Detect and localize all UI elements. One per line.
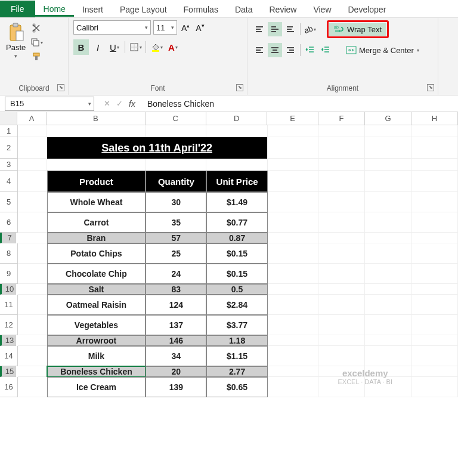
col-header[interactable]: H <box>411 112 458 125</box>
cell[interactable] <box>18 125 47 137</box>
cell[interactable] <box>411 366 458 377</box>
cell[interactable]: 83 <box>146 284 206 295</box>
cell[interactable] <box>18 264 47 284</box>
cell[interactable] <box>18 243 47 264</box>
cell[interactable] <box>47 159 146 171</box>
cell[interactable]: Unit Price <box>206 171 267 192</box>
row-header[interactable]: 11 <box>0 295 18 315</box>
tab-home[interactable]: Home <box>35 1 74 17</box>
cell[interactable] <box>365 295 411 315</box>
cell[interactable] <box>146 125 206 137</box>
cell[interactable] <box>365 125 411 137</box>
cell[interactable]: Arrowroot <box>47 335 146 346</box>
cell[interactable] <box>18 346 47 366</box>
cell[interactable] <box>318 243 365 264</box>
cell[interactable]: 34 <box>146 346 206 366</box>
cell[interactable]: $2.84 <box>206 295 267 315</box>
row-header[interactable]: 3 <box>0 159 18 171</box>
tab-formulas[interactable]: Formulas <box>175 1 227 17</box>
col-header[interactable]: D <box>206 112 267 125</box>
cell[interactable] <box>318 159 365 171</box>
cell[interactable]: 1.18 <box>206 335 267 346</box>
cell[interactable]: Milk <box>47 346 146 366</box>
cell[interactable]: $0.15 <box>206 264 267 284</box>
cell[interactable] <box>318 125 365 137</box>
cell[interactable] <box>268 366 319 377</box>
cell[interactable]: Bran <box>47 233 146 243</box>
cell[interactable]: 2.77 <box>206 366 267 377</box>
col-header[interactable]: B <box>47 112 146 125</box>
cancel-icon[interactable]: ✕ <box>104 99 110 108</box>
formula-input[interactable]: Boneless Chicken <box>140 99 214 109</box>
cell[interactable] <box>365 346 411 366</box>
cell[interactable] <box>365 264 411 284</box>
cell[interactable] <box>268 264 319 284</box>
cell[interactable]: Ice Cream <box>47 377 146 397</box>
cell[interactable]: 0.5 <box>206 284 267 295</box>
underline-button[interactable]: U▾ <box>107 39 122 55</box>
cell[interactable]: Vegetables <box>47 315 146 335</box>
dialog-launcher-icon[interactable]: ⬊ <box>57 84 64 91</box>
cell[interactable] <box>18 171 47 192</box>
bold-button[interactable]: B <box>73 39 89 55</box>
cell[interactable] <box>411 315 458 335</box>
tab-file[interactable]: File <box>0 1 35 17</box>
tab-insert[interactable]: Insert <box>74 1 112 17</box>
cut-button[interactable] <box>29 21 44 35</box>
cell[interactable] <box>18 137 47 159</box>
cell[interactable] <box>411 233 458 243</box>
cell[interactable] <box>411 243 458 264</box>
row-header[interactable]: 4 <box>0 171 18 192</box>
cell[interactable] <box>318 171 365 192</box>
paste-button[interactable]: Paste ▾ <box>5 20 27 63</box>
row-header[interactable]: 6 <box>0 212 18 233</box>
cell[interactable]: $3.77 <box>206 315 267 335</box>
cell[interactable] <box>318 192 365 212</box>
row-header[interactable]: 5 <box>0 192 18 212</box>
format-painter-button[interactable] <box>29 50 44 63</box>
fx-icon[interactable]: fx <box>129 99 135 109</box>
cell[interactable]: 35 <box>146 212 206 233</box>
merge-center-button[interactable]: Merge & Center ▾ <box>342 44 423 57</box>
cell[interactable] <box>146 159 206 171</box>
row-header[interactable]: 13 <box>0 335 16 346</box>
cell[interactable]: $0.65 <box>206 377 267 397</box>
cell[interactable] <box>411 192 458 212</box>
cell[interactable]: $1.15 <box>206 346 267 366</box>
cell[interactable] <box>18 233 47 243</box>
font-name-combo[interactable]: Calibri▾ <box>73 20 151 35</box>
row-header[interactable]: 10 <box>0 284 16 295</box>
col-header[interactable]: E <box>267 112 318 125</box>
cell[interactable] <box>18 159 47 171</box>
cell[interactable]: 25 <box>146 243 206 264</box>
cell[interactable] <box>268 315 319 335</box>
cell[interactable]: 137 <box>146 315 206 335</box>
cell[interactable] <box>268 212 319 233</box>
cell[interactable] <box>268 171 319 192</box>
cell[interactable]: 24 <box>146 264 206 284</box>
cell[interactable]: Salt <box>47 284 146 295</box>
cell[interactable] <box>268 159 319 171</box>
cell[interactable] <box>268 192 319 212</box>
align-bottom-button[interactable] <box>283 22 298 36</box>
cell[interactable] <box>365 137 411 159</box>
cell[interactable] <box>268 243 319 264</box>
cell[interactable]: Whole Wheat <box>47 192 146 212</box>
row-header[interactable]: 1 <box>0 125 18 137</box>
cell[interactable]: Sales on 11th April'22 <box>47 137 268 159</box>
cell[interactable] <box>268 295 319 315</box>
cell[interactable] <box>18 377 47 397</box>
tab-page-layout[interactable]: Page Layout <box>112 1 175 17</box>
cell[interactable] <box>411 335 458 346</box>
cell[interactable]: $0.15 <box>206 243 267 264</box>
align-middle-button[interactable] <box>268 22 282 36</box>
spreadsheet-grid[interactable]: ABCDEFGH 12345678910111213141516 Sales o… <box>0 112 458 397</box>
col-header[interactable]: F <box>318 112 365 125</box>
tab-view[interactable]: View <box>305 1 339 17</box>
cell[interactable] <box>365 243 411 264</box>
col-header[interactable]: C <box>146 112 206 125</box>
cell[interactable] <box>411 212 458 233</box>
cell[interactable] <box>206 159 267 171</box>
decrease-font-button[interactable]: A▾ <box>194 23 206 33</box>
cell[interactable] <box>411 125 458 137</box>
